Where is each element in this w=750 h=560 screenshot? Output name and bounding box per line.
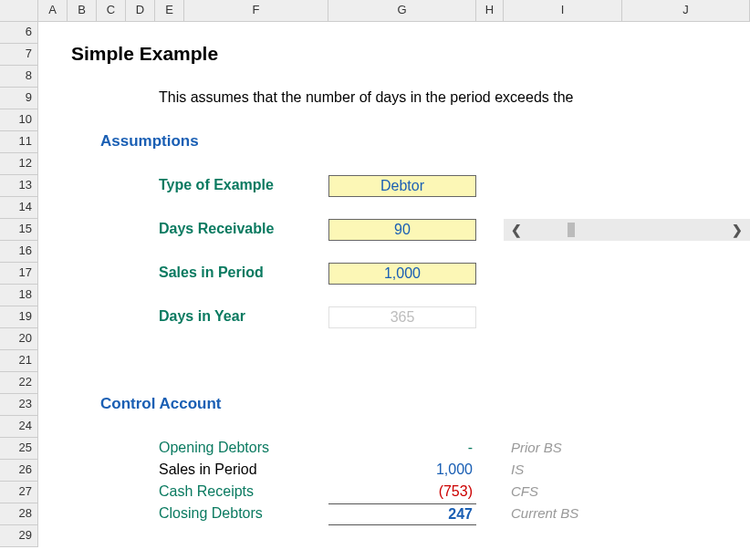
col-header-C[interactable]: C (97, 0, 126, 22)
row-header-11[interactable]: 11 (0, 131, 38, 153)
row-header-14[interactable]: 14 (0, 197, 38, 219)
col-header-G[interactable]: G (328, 0, 476, 22)
sales-row-note: IS (504, 460, 750, 482)
row-header-20[interactable]: 20 (0, 328, 38, 350)
days-year-label: Days in Year (155, 306, 328, 328)
spreadsheet-grid: A B C D E F G H I J 6 7 Simple Example 8… (0, 0, 750, 547)
col-header-A[interactable]: A (38, 0, 68, 22)
row-header-22[interactable]: 22 (0, 372, 38, 394)
row-header-15[interactable]: 15 (0, 219, 38, 241)
row-header-12[interactable]: 12 (0, 153, 38, 175)
section-assumptions: Assumptions (97, 131, 750, 153)
row-header-17[interactable]: 17 (0, 263, 38, 285)
col-header-J[interactable]: J (622, 0, 750, 22)
row-header-19[interactable]: 19 (0, 306, 38, 328)
closing-value: 247 (328, 503, 476, 525)
opening-label: Opening Debtors (155, 438, 328, 460)
type-input[interactable]: Debtor (328, 175, 476, 197)
row-header-16[interactable]: 16 (0, 241, 38, 263)
sales-input[interactable]: 1,000 (328, 263, 476, 285)
cash-value: (753) (328, 482, 476, 503)
row-header-28[interactable]: 28 (0, 503, 38, 525)
row-header-23[interactable]: 23 (0, 394, 38, 416)
row-header-26[interactable]: 26 (0, 460, 38, 482)
col-header-F[interactable]: F (184, 0, 328, 22)
days-year-value: 365 (328, 306, 476, 328)
row-header-21[interactable]: 21 (0, 350, 38, 372)
row-header-25[interactable]: 25 (0, 438, 38, 460)
sales-row-value: 1,000 (328, 460, 476, 482)
row-header-27[interactable]: 27 (0, 482, 38, 503)
row-header-18[interactable]: 18 (0, 285, 38, 306)
col-header-H[interactable]: H (476, 0, 504, 22)
cash-note: CFS (504, 482, 750, 503)
opening-value: - (328, 438, 476, 460)
row-header-10[interactable]: 10 (0, 109, 38, 131)
chevron-left-icon[interactable]: ❮ (511, 223, 522, 237)
type-label: Type of Example (155, 175, 328, 197)
scrollbar-thumb[interactable] (568, 223, 575, 237)
row-header-8[interactable]: 8 (0, 66, 38, 88)
days-recv-label: Days Receivable (155, 219, 328, 241)
row-header-7[interactable]: 7 (0, 44, 38, 66)
chevron-right-icon[interactable]: ❯ (732, 223, 743, 237)
col-header-I[interactable]: I (504, 0, 622, 22)
row-header-9[interactable]: 9 (0, 88, 38, 109)
subtitle-text: This assumes that the number of days in … (155, 88, 750, 109)
row-header-29[interactable]: 29 (0, 525, 38, 547)
col-header-B[interactable]: B (68, 0, 97, 22)
row-header-13[interactable]: 13 (0, 175, 38, 197)
section-control: Control Account (97, 394, 750, 416)
cash-label: Cash Receipts (155, 482, 328, 503)
corner-cell (0, 0, 38, 22)
days-recv-input[interactable]: 90 (328, 219, 476, 241)
closing-note: Current BS (504, 503, 750, 525)
col-header-D[interactable]: D (126, 0, 155, 22)
closing-label: Closing Debtors (155, 503, 328, 525)
days-recv-scrollbar[interactable]: ❮ ❯ (504, 219, 750, 241)
row-header-24[interactable]: 24 (0, 416, 38, 438)
col-header-E[interactable]: E (155, 0, 184, 22)
sales-label: Sales in Period (155, 263, 328, 285)
opening-note: Prior BS (504, 438, 750, 460)
page-title: Simple Example (68, 44, 750, 66)
sales-row-label: Sales in Period (155, 460, 328, 482)
row-header-6[interactable]: 6 (0, 22, 38, 44)
